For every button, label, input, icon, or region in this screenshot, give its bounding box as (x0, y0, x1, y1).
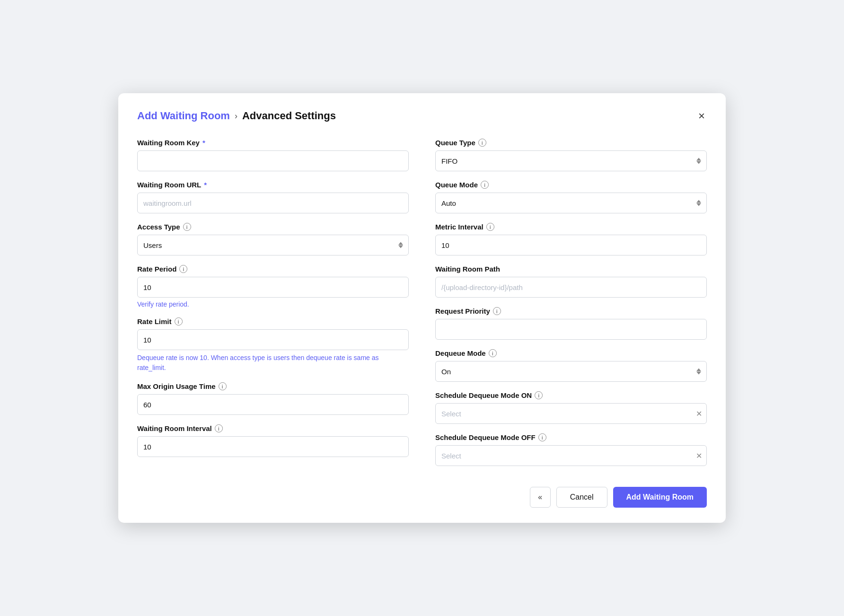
rate-limit-info-icon: i (175, 317, 183, 326)
waiting-room-interval-info-icon: i (215, 424, 223, 432)
max-origin-input[interactable] (137, 394, 409, 415)
metric-interval-info-icon: i (486, 223, 494, 231)
schedule-on-select-wrapper: ✕ (435, 403, 707, 424)
required-star: * (202, 139, 205, 147)
right-column: Queue Type i FIFO Random Que (435, 139, 707, 475)
queue-mode-select-wrapper: Auto Manual (435, 193, 707, 213)
schedule-off-select-wrapper: ✕ (435, 445, 707, 466)
schedule-on-info-icon: i (535, 391, 543, 399)
dequeue-mode-select[interactable]: On Off (435, 361, 707, 382)
modal-header: Add Waiting Room › Advanced Settings × (137, 108, 707, 123)
breadcrumb-chevron-icon: › (235, 111, 237, 121)
queue-type-info-icon: i (478, 139, 486, 147)
queue-mode-info-icon: i (481, 181, 489, 189)
dequeue-mode-select-wrapper: On Off (435, 361, 707, 382)
max-origin-label: Max Origin Usage Time i (137, 382, 409, 390)
access-type-group: Access Type i Users Sessions Requests (137, 223, 409, 255)
back-button[interactable]: « (530, 487, 551, 508)
access-type-select[interactable]: Users Sessions Requests (137, 235, 409, 255)
modal-container: Add Waiting Room › Advanced Settings × W… (118, 93, 726, 523)
close-button[interactable]: × (696, 108, 707, 123)
waiting-room-interval-label: Waiting Room Interval i (137, 424, 409, 432)
dequeue-mode-info-icon: i (489, 349, 497, 357)
rate-period-input[interactable] (137, 277, 409, 298)
waiting-room-path-input[interactable] (435, 277, 707, 298)
queue-type-label: Queue Type i (435, 139, 707, 147)
waiting-room-key-label: Waiting Room Key * (137, 139, 409, 147)
waiting-room-key-input[interactable] (137, 150, 409, 171)
waiting-room-path-label: Waiting Room Path (435, 265, 707, 273)
queue-mode-group: Queue Mode i Auto Manual (435, 181, 707, 213)
breadcrumb: Add Waiting Room › Advanced Settings (137, 110, 336, 122)
left-column: Waiting Room Key * Waiting Room URL * Ac… (137, 139, 409, 475)
schedule-off-clear-button[interactable]: ✕ (696, 451, 702, 460)
schedule-on-group: Schedule Dequeue Mode ON i ✕ (435, 391, 707, 424)
breadcrumb-link[interactable]: Add Waiting Room (137, 110, 230, 122)
rate-period-group: Rate Period i Verify rate period. (137, 265, 409, 308)
waiting-room-url-group: Waiting Room URL * (137, 181, 409, 213)
form-grid: Waiting Room Key * Waiting Room URL * Ac… (137, 139, 707, 475)
request-priority-info-icon: i (493, 307, 501, 315)
waiting-room-key-group: Waiting Room Key * (137, 139, 409, 171)
rate-period-info-icon: i (179, 265, 187, 273)
rate-limit-group: Rate Limit i Dequeue rate is now 10. Whe… (137, 317, 409, 373)
request-priority-label: Request Priority i (435, 307, 707, 315)
dequeue-mode-group: Dequeue Mode i On Off (435, 349, 707, 382)
dequeue-mode-label: Dequeue Mode i (435, 349, 707, 357)
access-type-info-icon: i (183, 223, 191, 231)
submit-button[interactable]: Add Waiting Room (613, 487, 707, 508)
rate-period-label: Rate Period i (137, 265, 409, 273)
waiting-room-interval-group: Waiting Room Interval i (137, 424, 409, 457)
rate-period-hint[interactable]: Verify rate period. (137, 300, 409, 308)
metric-interval-group: Metric Interval i (435, 223, 707, 255)
url-required-star: * (204, 181, 207, 189)
cancel-button[interactable]: Cancel (556, 487, 607, 508)
queue-type-group: Queue Type i FIFO Random (435, 139, 707, 171)
waiting-room-url-input[interactable] (137, 193, 409, 213)
access-type-select-wrapper: Users Sessions Requests (137, 235, 409, 255)
rate-limit-input[interactable] (137, 329, 409, 350)
queue-mode-select[interactable]: Auto Manual (435, 193, 707, 213)
metric-interval-label: Metric Interval i (435, 223, 707, 231)
rate-limit-hint: Dequeue rate is now 10. When access type… (137, 353, 409, 373)
queue-type-select-wrapper: FIFO Random (435, 150, 707, 171)
schedule-off-info-icon: i (538, 433, 546, 441)
schedule-on-clear-button[interactable]: ✕ (696, 409, 702, 418)
max-origin-info-icon: i (219, 382, 227, 390)
schedule-off-input[interactable] (435, 445, 707, 466)
waiting-room-path-group: Waiting Room Path (435, 265, 707, 298)
queue-type-select[interactable]: FIFO Random (435, 150, 707, 171)
access-type-label: Access Type i (137, 223, 409, 231)
request-priority-input[interactable] (435, 319, 707, 340)
schedule-on-label: Schedule Dequeue Mode ON i (435, 391, 707, 399)
schedule-off-label: Schedule Dequeue Mode OFF i (435, 433, 707, 441)
modal-footer: « Cancel Add Waiting Room (137, 487, 707, 508)
schedule-on-input[interactable] (435, 403, 707, 424)
schedule-off-group: Schedule Dequeue Mode OFF i ✕ (435, 433, 707, 466)
queue-mode-label: Queue Mode i (435, 181, 707, 189)
waiting-room-url-label: Waiting Room URL * (137, 181, 409, 189)
waiting-room-interval-input[interactable] (137, 436, 409, 457)
request-priority-group: Request Priority i (435, 307, 707, 340)
max-origin-group: Max Origin Usage Time i (137, 382, 409, 415)
page-title: Advanced Settings (242, 110, 336, 122)
metric-interval-input[interactable] (435, 235, 707, 255)
rate-limit-label: Rate Limit i (137, 317, 409, 326)
